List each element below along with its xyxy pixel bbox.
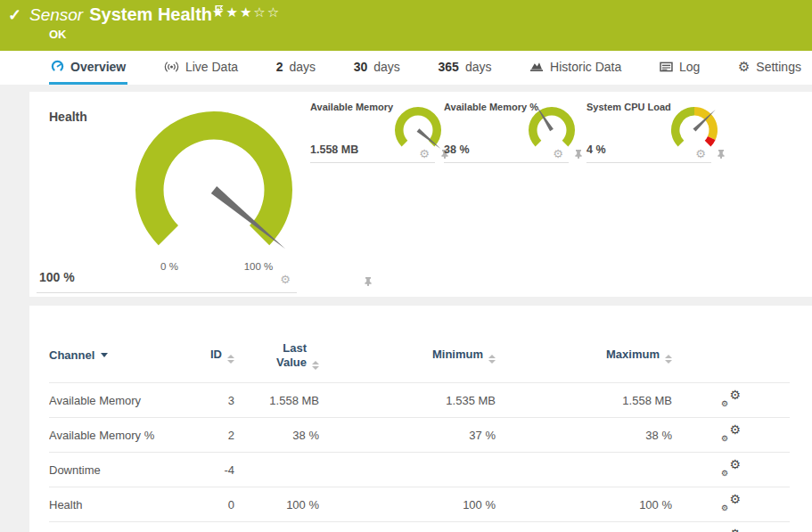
tab-bar: OverviewLive Data2days30days365daysHisto… [0,51,812,85]
sensor-status-text: OK [49,28,67,41]
column-header-channel[interactable]: Channel [49,338,201,383]
last-value-cell: 4 % [234,522,319,532]
available-memory-gauge-tile: Available Memory 1.558 MB ⚙ [310,99,435,163]
gauges-panel: Health 0 % 100 % 100 % ⚙ Available Memor… [29,92,812,297]
tab-settings[interactable]: ⚙Settings [736,51,803,85]
stars-filled: ★★★ [212,4,253,20]
table-row: Available Memory31.558 MB1.535 MB1.558 M… [49,383,790,418]
id-cell: 0 [201,487,234,522]
id-cell: 3 [201,383,234,418]
channels-table-panel: Channel ID Last Value Minimum Maximum Av… [29,306,812,532]
tab-label: Live Data [185,60,238,74]
tab-label: Log [679,60,700,74]
last-value-cell: 100 % [234,487,319,522]
tab-log[interactable]: Log [658,51,701,85]
id-cell: 2 [201,418,234,453]
tab-label: days [465,60,492,74]
maximum-cell: 12 % [496,522,672,532]
system-cpu-load-gauge-tile: System CPU Load 4 % ⚙ [586,99,711,163]
tab-2-days[interactable]: 2days [275,51,317,85]
id-cell: 1 [201,522,234,532]
channel-settings-gears-icon[interactable]: ⚙⚙ [721,391,741,406]
gauge-value: 100 % [39,270,75,284]
channel-actions-cell: ⚙⚙ [672,418,790,453]
column-header-maximum[interactable]: Maximum [496,338,672,383]
channel-cell: Available Memory [49,383,201,418]
channel-actions-cell: ⚙⚙ [672,453,790,487]
gear-icon[interactable]: ⚙ [419,148,430,160]
gauge-value: 1.558 MB [310,143,358,156]
column-header-last-value[interactable]: Last Value [234,338,319,383]
sensor-kind-label: Sensor [29,5,83,24]
channel-actions-cell: ⚙⚙ [672,522,790,532]
minimum-cell: 4 % [319,522,496,532]
maximum-cell [496,453,672,487]
channel-cell: Health [49,487,201,522]
channel-cell: System CPU Load [49,522,201,532]
health-gauge [120,102,308,258]
gauge-value: 38 % [444,143,470,156]
last-value-cell [234,453,319,487]
sensor-status-banner: ✓ SensorSystem Health ★★★☆☆ OK [0,0,812,51]
channel-settings-gears-icon[interactable]: ⚙⚙ [721,461,741,476]
gear-icon[interactable]: ⚙ [695,148,706,160]
tab-label: Overview [70,60,126,74]
last-value-cell: 1.558 MB [234,383,319,418]
channel-cell: Downtime [49,453,201,487]
minimum-cell: 100 % [319,487,496,522]
tab-historic-data[interactable]: Historic Data [528,51,623,85]
tab-label: days [290,60,316,74]
sort-icon [488,355,496,364]
channel-actions-cell: ⚙⚙ [672,383,790,418]
priority-stars[interactable]: ★★★☆☆ [212,4,281,20]
tab-number: 2 [276,60,283,74]
maximum-cell: 38 % [496,418,672,453]
gear-icon: ⚙ [738,60,750,73]
gauge-value: 4 % [586,143,606,156]
health-gauge-tile: Health 0 % 100 % 100 % ⚙ [37,99,297,293]
tab-label: days [373,60,400,74]
sort-desc-icon [101,353,108,357]
tab-number: 30 [354,60,368,74]
prtg-sensor-page: ✓ SensorSystem Health ★★★☆☆ OK OverviewL… [0,0,812,532]
column-header-minimum[interactable]: Minimum [319,338,496,383]
gauge-title: Available Memory [310,102,393,112]
tab-live-data[interactable]: Live Data [162,51,240,85]
log-icon [660,61,673,72]
gauge-title: System CPU Load [586,102,671,112]
minimum-cell [319,453,496,487]
tab-label: Settings [756,60,801,74]
sort-icon [665,355,672,364]
live-icon [164,61,179,73]
gear-icon[interactable]: ⚙ [280,274,291,285]
minimum-cell: 1.535 MB [319,383,496,418]
gear-icon[interactable]: ⚙ [553,148,563,160]
gauge-scale-min: 0 % [151,261,188,272]
table-row: Downtime-4⚙⚙ [49,453,790,487]
channel-settings-gears-icon[interactable]: ⚙⚙ [721,495,741,511]
table-row: Health0100 %100 %100 %⚙⚙ [49,487,790,522]
table-row: System CPU Load14 %4 %12 %⚙⚙ [49,522,790,532]
sort-icon [312,361,319,370]
gauge-icon [51,60,64,73]
last-value-cell: 38 % [234,418,319,453]
tab-label: Historic Data [550,60,621,74]
maximum-cell: 1.558 MB [496,383,672,418]
stars-empty: ☆☆ [253,4,281,20]
chart-icon [529,61,544,72]
tab-30-days[interactable]: 30days [352,51,402,85]
id-cell: -4 [201,453,234,487]
channel-settings-gears-icon[interactable]: ⚙⚙ [721,426,741,441]
tab-overview[interactable]: Overview [49,51,127,85]
table-row: Available Memory %238 %37 %38 %⚙⚙ [49,418,790,453]
sort-icon [227,355,234,364]
channels-table: Channel ID Last Value Minimum Maximum Av… [49,338,790,532]
column-header-id[interactable]: ID [201,338,234,383]
maximum-cell: 100 % [496,487,672,522]
gauge-title: Health [49,110,87,124]
channel-actions-cell: ⚙⚙ [672,487,790,522]
gauge-scale-max: 100 % [237,261,280,272]
tab-365-days[interactable]: 365days [437,51,494,85]
tab-number: 365 [439,60,459,74]
channel-cell: Available Memory % [49,418,201,453]
